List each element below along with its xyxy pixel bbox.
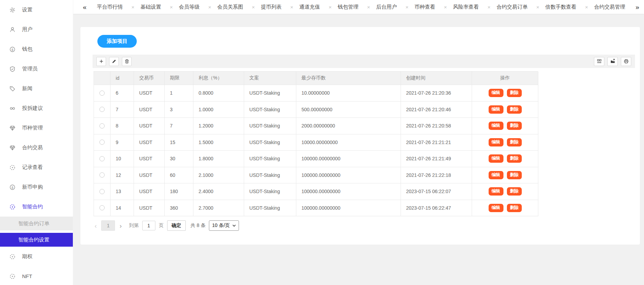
- edit-button[interactable]: 编辑: [489, 122, 503, 130]
- table-row: 14USDT3602.7000USDT-Staking100000.000000…: [94, 200, 538, 217]
- sidebar-item[interactable]: 期权: [0, 247, 73, 266]
- sidebar-item[interactable]: 设置: [0, 0, 73, 20]
- sidebar-item[interactable]: 投拆建议: [0, 98, 73, 118]
- tab[interactable]: 基础设置×: [141, 4, 173, 10]
- edit-button[interactable]: 编辑: [489, 204, 503, 212]
- edit-button[interactable]: 编辑: [489, 171, 503, 179]
- edit-button[interactable]: 编辑: [489, 187, 503, 196]
- tab[interactable]: 币种查看×: [414, 4, 447, 10]
- tab-close-icon[interactable]: ×: [290, 4, 294, 10]
- table-cell: USDT: [134, 118, 165, 134]
- tab[interactable]: 提币列表×: [261, 4, 294, 10]
- print-tool-button[interactable]: [621, 57, 631, 66]
- content-card: 添加项目 id交易币期限利息（%）文案最少存币数创建时间操作 6USDT10.8…: [80, 27, 640, 245]
- page-size-select[interactable]: 10 条/页: [209, 220, 239, 231]
- page-size-value: 10 条/页: [212, 222, 230, 229]
- current-page-indicator[interactable]: 1: [101, 220, 115, 231]
- tab-close-icon[interactable]: ×: [208, 4, 211, 10]
- diamond-icon: [9, 125, 16, 131]
- tab-close-icon[interactable]: ×: [536, 4, 539, 10]
- shield-check-icon: [9, 66, 16, 72]
- row-radio[interactable]: [99, 205, 105, 210]
- tab-close-icon[interactable]: ×: [367, 4, 370, 10]
- sidebar-item[interactable]: 币种管理: [0, 118, 73, 138]
- tab[interactable]: 通道充值×: [299, 4, 332, 10]
- tab-close-icon[interactable]: ×: [585, 4, 588, 10]
- tab[interactable]: 会员等级×: [179, 4, 211, 10]
- sidebar-item[interactable]: NFT: [0, 266, 73, 285]
- delete-button[interactable]: 删除: [507, 187, 522, 196]
- sidebar-item-label: 管理员: [22, 66, 38, 72]
- tab-label: 合约交易订单: [497, 4, 528, 10]
- row-radio[interactable]: [99, 156, 105, 161]
- tab-close-icon[interactable]: ×: [252, 4, 255, 10]
- row-radio[interactable]: [99, 91, 105, 96]
- tab[interactable]: 钱包管理×: [338, 4, 370, 10]
- table-cell: 100000.00000000: [296, 167, 401, 184]
- sidebar-item[interactable]: 用户: [0, 20, 73, 39]
- row-radio[interactable]: [99, 172, 105, 178]
- delete-button[interactable]: 删除: [507, 89, 522, 97]
- export-tool-button[interactable]: [607, 57, 618, 66]
- table-cell: USDT-Staking: [244, 200, 296, 217]
- dollar-circle-icon: $: [9, 184, 16, 190]
- row-radio[interactable]: [99, 107, 105, 112]
- sidebar-subitem[interactable]: 智能合约订单: [0, 217, 73, 230]
- table-row: 7USDT31.0000USDT-Staking500.000000002021…: [94, 102, 538, 118]
- tab[interactable]: 倍数手数查看×: [545, 4, 588, 10]
- tab-close-icon[interactable]: ×: [488, 4, 491, 10]
- user-icon: [9, 27, 16, 33]
- delete-button[interactable]: 删除: [507, 171, 522, 179]
- tabs-scroll-left-icon[interactable]: «: [82, 4, 87, 10]
- sidebar-item[interactable]: 新闻: [0, 79, 73, 98]
- row-radio[interactable]: [99, 189, 105, 194]
- column-header: 利息（%）: [193, 72, 244, 85]
- confirm-page-button[interactable]: 确定: [167, 220, 186, 231]
- sidebar-item[interactable]: 管理员: [0, 59, 73, 79]
- tab-close-icon[interactable]: ×: [405, 4, 408, 10]
- columns-tool-button[interactable]: [594, 57, 604, 66]
- prev-page-button[interactable]: ‹: [94, 222, 98, 229]
- pencil-icon: [112, 59, 117, 64]
- tab[interactable]: 平台币行情×: [97, 4, 135, 10]
- sidebar-item[interactable]: 智能合约: [0, 197, 73, 217]
- edit-button[interactable]: 编辑: [489, 105, 503, 114]
- sidebar-item[interactable]: 合约交易: [0, 138, 73, 158]
- delete-button[interactable]: 删除: [507, 204, 522, 212]
- tab[interactable]: 合约交易管理: [594, 4, 625, 10]
- row-radio[interactable]: [99, 123, 105, 129]
- sidebar-subitem[interactable]: 智能合约设置: [0, 233, 73, 247]
- tab-close-icon[interactable]: ×: [329, 4, 332, 10]
- tabs-scroll-right-icon[interactable]: »: [635, 4, 640, 10]
- delete-button[interactable]: 删除: [507, 122, 522, 130]
- tab[interactable]: 后台用户×: [376, 4, 408, 10]
- sidebar-item-label: 合约交易: [22, 144, 43, 151]
- tag-icon: [9, 86, 16, 92]
- edit-button[interactable]: 编辑: [489, 138, 503, 146]
- add-tool-button[interactable]: [96, 57, 106, 66]
- row-radio[interactable]: [99, 140, 105, 145]
- delete-button[interactable]: 删除: [507, 138, 522, 146]
- column-header: 操作: [472, 72, 538, 85]
- pagination: ‹ 1 › 到第 页 确定 共 8 条 10 条/页: [94, 220, 239, 231]
- edit-tool-button[interactable]: [109, 57, 119, 66]
- edit-button[interactable]: 编辑: [489, 89, 503, 97]
- sidebar-item[interactable]: $新币申购: [0, 177, 73, 197]
- table-cell: 1.2000: [193, 118, 244, 134]
- delete-button[interactable]: 删除: [507, 105, 522, 114]
- tab[interactable]: 会员关系图×: [217, 4, 255, 10]
- goto-page-input[interactable]: [142, 221, 155, 230]
- next-page-button[interactable]: ›: [118, 222, 123, 229]
- delete-tool-button[interactable]: [122, 57, 132, 66]
- tab-close-icon[interactable]: ×: [132, 4, 135, 10]
- sidebar-item[interactable]: $钱包: [0, 39, 73, 59]
- add-item-button[interactable]: 添加项目: [97, 35, 137, 48]
- delete-button[interactable]: 删除: [507, 154, 522, 163]
- tab[interactable]: 风险率查看×: [453, 4, 491, 10]
- tab-close-icon[interactable]: ×: [444, 4, 447, 10]
- tab[interactable]: 合约交易订单×: [497, 4, 539, 10]
- sidebar-item-label: 期权: [22, 253, 32, 260]
- tab-close-icon[interactable]: ×: [170, 4, 173, 10]
- sidebar-item[interactable]: 记录查看: [0, 158, 73, 177]
- edit-button[interactable]: 编辑: [489, 154, 503, 163]
